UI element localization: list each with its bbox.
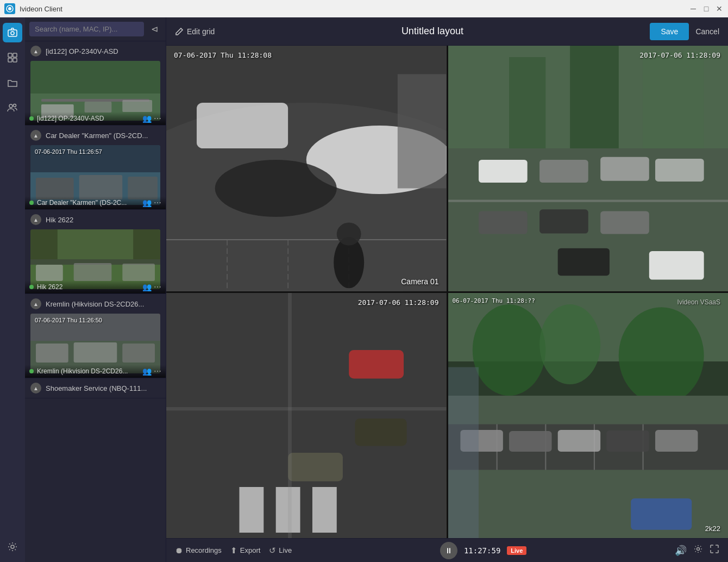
status-dot-1 xyxy=(29,116,34,121)
camera-more-btn-3[interactable]: ⋯ xyxy=(154,283,161,291)
svg-point-45 xyxy=(337,223,361,246)
group-header-3[interactable]: ▲ Hik 2622 xyxy=(25,210,166,229)
svg-rect-6 xyxy=(8,58,12,62)
group-collapse-btn-4[interactable]: ▲ xyxy=(30,298,41,309)
save-button[interactable]: Save xyxy=(650,23,689,40)
live-button[interactable]: ↺ Live xyxy=(269,546,292,555)
svg-rect-53 xyxy=(655,159,704,182)
recordings-button[interactable]: ⏺ Recordings xyxy=(175,546,222,555)
svg-point-75 xyxy=(472,304,545,396)
export-button[interactable]: ⬆ Export xyxy=(230,546,261,555)
volume-button[interactable]: 🔊 xyxy=(675,545,687,557)
thumb-timestamp-2: 07-06-2017 Thu 11:26:57 xyxy=(35,148,102,155)
video-timestamp-1: 07-06-2017 Thu 11:28:08 xyxy=(174,51,272,59)
nav-item-users[interactable] xyxy=(3,98,22,117)
svg-rect-25 xyxy=(36,265,63,281)
video-cell-4[interactable]: 06-07-2017 Thu 11:28:?? Ivideon VSaaS 2k… xyxy=(448,293,729,539)
camera-more-btn-4[interactable]: ⋯ xyxy=(154,367,161,376)
group-header-2[interactable]: ▲ Car Dealer "Karmen" (DS-2CD... xyxy=(25,126,166,145)
nav-rail xyxy=(0,17,25,562)
camera-overlay-4: Kremlin (Hikvision DS-2CD26... 👥 ⋯ xyxy=(25,365,166,378)
video-cell-2[interactable]: 2017-07-06 11:28:09 xyxy=(448,46,729,291)
edit-grid-button[interactable]: Edit grid xyxy=(175,27,215,36)
svg-rect-69 xyxy=(355,419,406,446)
recordings-label: Recordings xyxy=(186,546,222,554)
camera-overlay-1: [id122] OP-2340V-ASD 👥 ⋯ xyxy=(25,112,166,125)
svg-rect-68 xyxy=(349,350,404,379)
recordings-icon: ⏺ xyxy=(175,546,183,555)
camera-users-btn-2[interactable]: 👥 xyxy=(142,198,152,207)
maximize-button[interactable]: □ xyxy=(702,4,711,13)
camera-group-4: ▲ Kremlin (Hikvision DS-2CD26... 07-06-2… xyxy=(25,294,166,378)
svg-rect-39 xyxy=(197,103,288,148)
group-header-4[interactable]: ▲ Kremlin (Hikvision DS-2CD26... xyxy=(25,294,166,314)
group-collapse-btn-1[interactable]: ▲ xyxy=(30,46,41,57)
svg-point-77 xyxy=(618,307,704,404)
camera-actions-1: 👥 ⋯ xyxy=(142,114,161,123)
svg-point-3 xyxy=(11,32,14,35)
camera-users-btn-1[interactable]: 👥 xyxy=(142,114,152,123)
nav-item-camera[interactable] xyxy=(3,23,22,42)
nav-item-settings[interactable] xyxy=(3,537,22,557)
svg-point-10 xyxy=(11,545,14,548)
main-content: Edit grid Untitled layout Save Cancel xyxy=(166,17,728,562)
sidebar-toggle-button[interactable]: ⊲ xyxy=(147,22,161,36)
svg-rect-34 xyxy=(122,344,155,363)
camera-users-btn-4[interactable]: 👥 xyxy=(142,367,152,376)
video-label-1: Camera 01 xyxy=(401,277,438,286)
search-input[interactable] xyxy=(29,22,144,36)
camera-actions-4: 👥 ⋯ xyxy=(142,367,161,376)
pause-button[interactable]: ⏸ xyxy=(440,542,457,559)
camera-users-btn-3[interactable]: 👥 xyxy=(142,283,152,291)
camera-thumb-container-4: 07-06-2017 Thu 11:26:50 Kremlin (Hikv xyxy=(25,314,166,378)
group-name-3: Hik 2622 xyxy=(46,216,160,224)
svg-rect-33 xyxy=(74,342,117,363)
minimize-button[interactable]: ─ xyxy=(689,4,698,13)
svg-rect-65 xyxy=(239,487,263,533)
svg-rect-71 xyxy=(166,407,447,410)
svg-rect-56 xyxy=(600,211,649,234)
svg-rect-15 xyxy=(85,102,112,113)
camera-more-btn-2[interactable]: ⋯ xyxy=(154,198,161,207)
camera-more-btn-1[interactable]: ⋯ xyxy=(154,114,161,123)
video-cell-3[interactable]: 2017-07-06 11:28:09 xyxy=(166,293,447,539)
svg-point-38 xyxy=(215,160,337,217)
camera-group-3: ▲ Hik 2622 xyxy=(25,210,166,294)
window-controls: ─ □ ✕ xyxy=(689,4,724,13)
playback-controls: ⏸ 11:27:59 Live xyxy=(440,542,526,559)
svg-rect-86 xyxy=(557,430,600,452)
svg-rect-60 xyxy=(643,52,704,149)
video-cell-1[interactable]: 07-06-2017 Thu 11:28:08 Camera 01 xyxy=(166,46,447,291)
svg-point-9 xyxy=(14,104,16,107)
svg-rect-49 xyxy=(448,200,729,202)
group-header-5[interactable]: ▲ Shoemaker Service (NBQ-111... xyxy=(25,378,166,398)
camera-thumb-container-2: 07-06-2017 Thu 11:26:57 Car Dealer "Karm… xyxy=(25,145,166,209)
cancel-button[interactable]: Cancel xyxy=(695,27,719,36)
video-timestamp-3: 2017-07-06 11:28:09 xyxy=(358,298,439,307)
bottom-right-controls: 🔊 xyxy=(675,544,719,557)
svg-rect-70 xyxy=(288,453,343,482)
svg-rect-58 xyxy=(509,57,545,148)
svg-rect-4 xyxy=(8,53,12,57)
close-button[interactable]: ✕ xyxy=(715,4,724,13)
nav-item-grid[interactable] xyxy=(3,48,22,67)
group-name-1: [id122] OP-2340V-ASD xyxy=(46,47,160,55)
app-title: Ivideon Client xyxy=(20,5,689,13)
svg-rect-61 xyxy=(649,251,704,280)
group-header-1[interactable]: ▲ [id122] OP-2340V-ASD xyxy=(25,41,166,61)
svg-point-91 xyxy=(697,548,700,551)
app-icon xyxy=(4,3,15,14)
nav-item-folder[interactable] xyxy=(3,73,22,92)
group-collapse-btn-3[interactable]: ▲ xyxy=(30,214,41,225)
group-collapse-btn-5[interactable]: ▲ xyxy=(30,383,41,394)
title-bar: Ivideon Client ─ □ ✕ xyxy=(0,0,728,17)
edit-grid-label: Edit grid xyxy=(187,27,215,36)
fullscreen-button[interactable] xyxy=(710,544,719,557)
svg-rect-85 xyxy=(509,431,551,452)
group-name-5: Shoemaker Service (NBQ-111... xyxy=(46,384,160,392)
svg-rect-50 xyxy=(479,160,528,183)
settings-button[interactable] xyxy=(693,544,703,557)
group-collapse-btn-2[interactable]: ▲ xyxy=(30,130,41,141)
group-name-2: Car Dealer "Karmen" (DS-2CD... xyxy=(46,132,160,140)
status-dot-3 xyxy=(29,285,34,289)
